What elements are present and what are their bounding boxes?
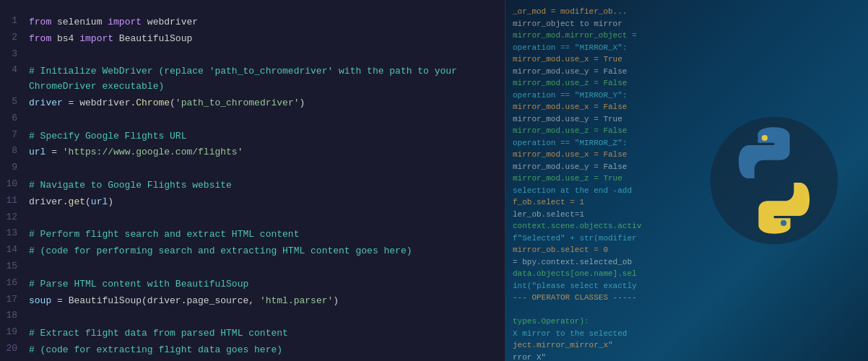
code-line: 6 xyxy=(0,112,505,129)
line-number: 5 xyxy=(0,96,29,107)
line-number: 11 xyxy=(0,195,29,206)
line-number: 10 xyxy=(0,178,29,189)
bg-code-line: mirror_mod.use_z = False xyxy=(513,77,861,90)
line-content: driver.get(url) xyxy=(29,195,505,210)
bg-code-line: ject.mirror_mirror_x" xyxy=(513,339,861,352)
code-line: 11driver.get(url) xyxy=(0,194,505,211)
code-line: 3 xyxy=(0,48,505,64)
line-content: # Specify Google Flights URL xyxy=(29,129,505,144)
bg-code-line xyxy=(513,304,861,316)
right-panel: _or_mod = modifier_ob...mirror_object to… xyxy=(505,0,868,361)
python-logo xyxy=(709,116,839,245)
line-content xyxy=(29,113,505,128)
code-editor: 1from selenium import webdriver2from bs4… xyxy=(0,0,505,361)
line-number: 18 xyxy=(0,310,29,321)
line-number: 3 xyxy=(0,48,29,59)
line-content: # Parse HTML content with BeautifulSoup xyxy=(29,277,505,292)
code-line: 9 xyxy=(0,161,505,178)
line-number: 6 xyxy=(0,113,29,123)
line-content xyxy=(29,212,505,227)
bg-code-line: mirror_mod.mirror_object = xyxy=(513,30,861,42)
code-line: 18 xyxy=(0,309,505,326)
line-content: # Navigate to Google Flights website xyxy=(29,178,505,193)
bg-code-line: operation == "MIRROR_Y": xyxy=(513,90,861,102)
line-content: # (code for performing search and extrac… xyxy=(29,244,505,259)
bg-code-line: --- OPERATOR CLASSES ----- xyxy=(513,292,861,304)
line-number: 9 xyxy=(0,162,29,173)
line-number: 1 xyxy=(0,15,29,26)
code-line: 2from bs4 import BeautifulSoup xyxy=(0,31,505,48)
code-line: 1from selenium import webdriver xyxy=(0,14,505,31)
line-content: from selenium import webdriver xyxy=(29,15,505,30)
line-content xyxy=(29,162,505,177)
line-content: # (code for extracting flight data goes … xyxy=(29,343,505,358)
line-number: 16 xyxy=(0,277,29,288)
line-content xyxy=(29,261,505,276)
code-line: 10# Navigate to Google Flights website xyxy=(0,178,505,194)
line-number: 12 xyxy=(0,212,29,222)
line-number: 13 xyxy=(0,227,29,238)
bg-code-line: data.objects[one.name].sel xyxy=(513,268,861,280)
code-line: 14# (code for performing search and extr… xyxy=(0,243,505,260)
line-number: 20 xyxy=(0,343,29,354)
code-line: 8url = 'https://www.google.com/flights' xyxy=(0,144,505,161)
line-content: # Extract flight data from parsed HTML c… xyxy=(29,326,505,342)
code-line: 17soup = BeautifulSoup(driver.page_sourc… xyxy=(0,293,505,310)
bg-code-line: = bpy.context.selected_ob xyxy=(513,256,861,269)
line-content xyxy=(29,310,505,325)
code-line: 5driver = webdriver.Chrome('path_to_chro… xyxy=(0,95,505,112)
line-number: 17 xyxy=(0,294,29,305)
code-line: 4# Initialize WebDriver (replace 'path_t… xyxy=(0,64,505,95)
code-line: 15 xyxy=(0,260,505,277)
bg-code-line: types.Operator): xyxy=(513,316,861,328)
bg-code-line: int("please select exactly xyxy=(513,280,861,292)
line-number: 14 xyxy=(0,244,29,255)
bg-code-line: X mirror to the selected xyxy=(513,328,861,340)
line-content: url = 'https://www.google.com/flights' xyxy=(29,145,505,160)
code-line: 20# (code for extracting flight data goe… xyxy=(0,342,505,359)
bg-code-line: mirror_ob.select = 0 xyxy=(513,244,861,256)
line-number: 2 xyxy=(0,32,29,43)
line-content: # Initialize WebDriver (replace 'path_to… xyxy=(29,64,505,95)
code-line: 12 xyxy=(0,211,505,227)
line-number: 19 xyxy=(0,326,29,337)
line-number: 15 xyxy=(0,261,29,271)
bg-code-line: operation == "MIRROR_X": xyxy=(513,42,861,54)
line-number: 7 xyxy=(0,129,29,140)
line-content xyxy=(29,48,505,64)
line-content: from bs4 import BeautifulSoup xyxy=(29,32,505,47)
code-line: 16# Parse HTML content with BeautifulSou… xyxy=(0,277,505,293)
bg-code-line: mirror_object to mirror xyxy=(513,18,861,30)
svg-point-2 xyxy=(781,220,786,226)
bg-code-line: rror X" xyxy=(513,352,861,362)
bg-code-line: _or_mod = modifier_ob... xyxy=(513,6,861,18)
line-content: soup = BeautifulSoup(driver.page_source,… xyxy=(29,294,505,309)
svg-point-1 xyxy=(762,135,768,141)
bg-code-line: mirror_mod.use_x = True xyxy=(513,53,861,66)
code-line: 7# Specify Google Flights URL xyxy=(0,129,505,145)
line-content: driver = webdriver.Chrome('path_to_chrom… xyxy=(29,96,505,111)
line-number: 4 xyxy=(0,64,29,75)
bg-code-line: mirror_mod.use_y = False xyxy=(513,66,861,78)
code-line: 13# Perform flight search and extract HT… xyxy=(0,227,505,243)
line-number: 8 xyxy=(0,145,29,156)
code-line: 19# Extract flight data from parsed HTML… xyxy=(0,326,505,342)
line-content: # Perform flight search and extract HTML… xyxy=(29,227,505,243)
bg-code-line: mirror_mod.use_x = False xyxy=(513,101,861,113)
